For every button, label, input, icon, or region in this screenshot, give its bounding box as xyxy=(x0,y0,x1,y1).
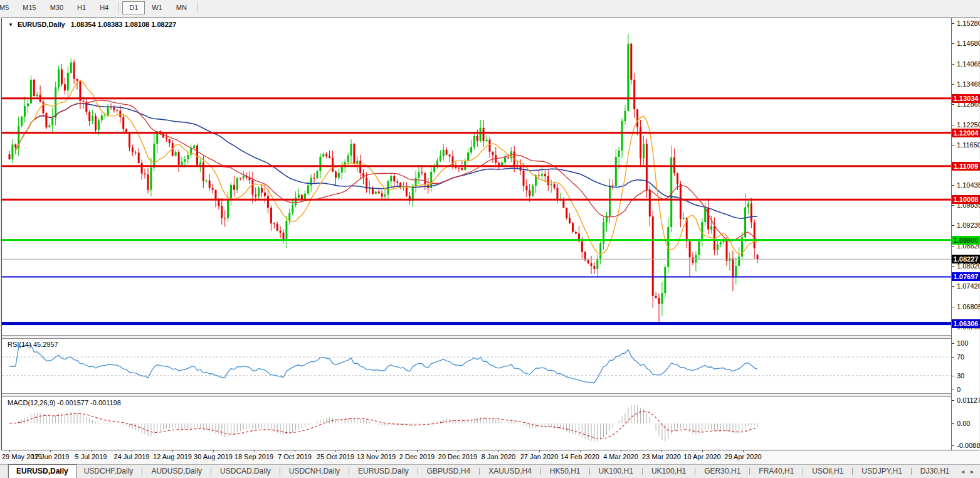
rsi-tick xyxy=(952,357,954,358)
time-tick-label: 17 Jun 2019 xyxy=(31,453,70,460)
tab-separator xyxy=(911,468,912,475)
time-tick xyxy=(213,450,214,452)
timeframe-button-m30[interactable]: M30 xyxy=(43,1,70,14)
price-tick xyxy=(952,286,954,287)
tab-separator xyxy=(479,468,480,475)
price-pane-canvas[interactable] xyxy=(2,18,952,335)
level-price-badge: 1.07697 xyxy=(952,272,980,281)
time-tick-label: 23 Mar 2020 xyxy=(642,453,681,460)
price-tick-label: 1.13465 xyxy=(957,80,980,88)
chart-tab-gbpusd-h4[interactable]: GBPUSD,H4 xyxy=(419,465,478,478)
chart-tab-uk100-h1[interactable]: UK100,H1 xyxy=(591,465,641,478)
macd-pane-canvas[interactable] xyxy=(2,397,952,450)
rsi-tick-label: 100 xyxy=(957,339,968,347)
chart-tab-dj30-h1[interactable]: DJ30,H1 xyxy=(913,465,957,478)
macd-tick xyxy=(952,400,954,401)
time-tick-label: 14 Feb 2020 xyxy=(561,453,599,460)
price-tick xyxy=(952,64,954,65)
chart-tab-audusd-daily[interactable]: AUDUSD,Daily xyxy=(144,465,209,478)
macd-tick xyxy=(952,423,954,424)
tab-scroll-right-icon[interactable]: ▸ xyxy=(971,468,974,475)
chart-tab-uk100-h1[interactable]: UK100,H1 xyxy=(644,465,693,478)
chart-tab-usoil-h1[interactable]: USOil,H1 xyxy=(804,465,851,478)
price-tick xyxy=(952,307,954,307)
chart-title-symbol: EURUSD,Daily xyxy=(18,21,65,28)
rsi-tick-label: 30 xyxy=(957,372,964,380)
timeframe-button-d1[interactable]: D1 xyxy=(122,1,145,14)
time-tick xyxy=(50,450,51,452)
time-tick xyxy=(417,450,418,452)
time-tick xyxy=(335,450,336,452)
chart-tab-hk50-h1[interactable]: HK50,H1 xyxy=(542,465,588,478)
time-tick-label: 8 Jan 2020 xyxy=(482,453,515,460)
candles-layer xyxy=(9,35,759,322)
macd-tick-label: 0.00 xyxy=(957,420,970,427)
time-tick-label: 7 Oct 2019 xyxy=(278,453,312,460)
price-tick xyxy=(952,145,954,146)
price-tick xyxy=(952,225,954,226)
time-tick-label: 30 Aug 2019 xyxy=(194,453,233,460)
time-tick xyxy=(498,450,499,452)
time-tick xyxy=(172,450,173,452)
symbol-dropdown-icon[interactable]: ▼ xyxy=(8,22,13,28)
chart-tab-usdcnh-daily[interactable]: USDCNH,Daily xyxy=(282,465,347,478)
price-tick-label: 1.14065 xyxy=(957,60,980,68)
rsi-indicator-label: RSI(14) 45.2957 xyxy=(8,341,58,348)
time-tick xyxy=(254,450,255,452)
time-tick-label: 18 Sep 2019 xyxy=(234,453,273,460)
tab-separator xyxy=(803,468,803,475)
price-tick xyxy=(952,205,954,206)
timeframe-button-h4[interactable]: H4 xyxy=(93,1,115,14)
macd-signal-line xyxy=(9,412,757,439)
time-tick xyxy=(132,450,132,452)
price-tick xyxy=(952,125,954,125)
timeframe-button-mn[interactable]: MN xyxy=(169,1,194,14)
price-tick-label: 1.15280 xyxy=(957,19,980,27)
price-axis[interactable]: 1.152801.146801.140651.134651.128651.122… xyxy=(951,18,979,450)
level-price-badge: 1.06306 xyxy=(952,319,980,328)
tab-scroll-left-icon[interactable]: ◂ xyxy=(961,468,964,475)
rsi-tick xyxy=(952,343,954,344)
toolbar-separator xyxy=(197,3,198,13)
chart-tab-bar: EURUSD,DailyUSDCHF,DailyAUDUSD,DailyUSDC… xyxy=(0,464,980,478)
chart-tab-usdjpy-h1[interactable]: USDJPY,H1 xyxy=(854,465,909,478)
macd-tick-label: 0.011277 xyxy=(957,396,980,404)
timeframe-toolbar: M5M15M30H1H4D1W1MN xyxy=(0,0,972,15)
current-price-badge: 1.08227 xyxy=(952,255,980,263)
level-price-badge: 1.13034 xyxy=(952,94,980,103)
time-tick-label: 2 Dec 2019 xyxy=(399,453,435,460)
chart-title-quotes: 1.08354 1.08383 1.08108 1.08227 xyxy=(71,21,176,28)
tab-separator xyxy=(695,468,695,475)
time-tick-label: 20 Dec 2019 xyxy=(438,453,477,460)
tab-separator xyxy=(540,468,541,475)
time-axis[interactable]: 29 May 201917 Jun 20195 Jul 201924 Jul 2… xyxy=(0,450,980,464)
price-tick-label: 1.06805 xyxy=(957,303,980,311)
tab-scroll-arrows: ◂▸ xyxy=(961,465,980,478)
chart-tab-ger30-h1[interactable]: GER30,H1 xyxy=(697,465,748,478)
price-tick xyxy=(952,43,954,44)
tab-separator xyxy=(852,468,853,475)
tab-bar-grip xyxy=(0,465,8,478)
time-tick-label: 4 Mar 2020 xyxy=(603,453,638,460)
timeframe-button-h1[interactable]: H1 xyxy=(70,1,93,14)
time-tick-label: 10 Apr 2020 xyxy=(683,453,720,460)
price-tick-label: 1.10435 xyxy=(957,181,980,189)
time-tick-label: 27 Jan 2020 xyxy=(520,453,559,460)
timeframe-button-m15[interactable]: M15 xyxy=(16,1,43,14)
time-tick-label: 5 Jul 2019 xyxy=(75,453,107,460)
time-tick-label: 29 Apr 2020 xyxy=(724,453,761,460)
chart-tab-xauusd-h4[interactable]: XAUUSD,H4 xyxy=(481,465,539,478)
level-price-badge: 1.10008 xyxy=(952,195,980,204)
chart-tab-eurusd-daily[interactable]: EURUSD,Daily xyxy=(350,465,416,478)
rsi-tick xyxy=(952,390,954,390)
price-tick xyxy=(952,266,954,267)
chart-tab-eurusd-daily[interactable]: EURUSD,Daily xyxy=(8,464,76,478)
time-tick xyxy=(91,450,92,452)
chart-tab-usdchf-daily[interactable]: USDCHF,Daily xyxy=(76,465,141,478)
timeframe-button-w1[interactable]: W1 xyxy=(145,1,169,14)
chart-tab-fra40-h1[interactable]: FRA40,H1 xyxy=(751,465,801,478)
timeframe-button-m5[interactable]: M5 xyxy=(0,1,16,14)
rsi-pane-canvas[interactable] xyxy=(2,339,952,393)
chart-tab-usdcad-daily[interactable]: USDCAD,Daily xyxy=(213,465,278,478)
macd-tick xyxy=(952,445,954,446)
